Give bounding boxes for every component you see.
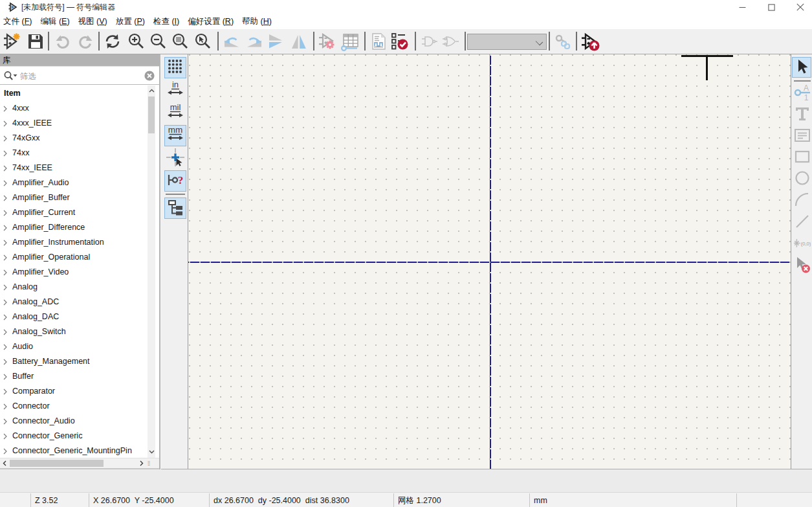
export-symbol-to-schematic-button[interactable] [580,32,600,51]
chevron-right-icon[interactable] [3,250,11,265]
chevron-right-icon[interactable] [3,280,11,295]
tree-row-library[interactable]: Connector_Generic [0,429,148,444]
scroll-right-icon[interactable] [137,458,146,468]
tree-horizontal-scrollbar[interactable]: == [0,458,159,468]
tree-row-library[interactable]: Buffer [0,369,148,384]
chevron-right-icon[interactable] [3,235,11,250]
horizontal-scroll-thumb[interactable] [10,460,104,467]
library-name: Analog_Switch [12,324,66,339]
place-text-button [793,104,811,125]
chevron-right-icon[interactable] [3,190,11,205]
erc-check-button[interactable] [390,32,409,51]
tree-row-library[interactable]: Amplifier_Difference [0,220,148,235]
tree-row-library[interactable]: 4xxx_IEEE [0,116,148,131]
library-tree[interactable]: Item4xxx4xxx_IEEE74xGxx74xx74xx_IEEEAmpl… [0,85,148,458]
menu-e[interactable]: 编辑 (E) [36,14,73,29]
units-inches-button[interactable]: in [164,80,186,101]
tree-row-library[interactable]: Battery_Management [0,354,148,369]
tree-row-library[interactable]: Amplifier_Operational [0,250,148,265]
tree-row-library[interactable]: Amplifier_Video [0,265,148,280]
chevron-right-icon[interactable] [3,310,11,324]
tree-row-library[interactable]: Amplifier_Buffer [0,190,148,205]
new-symbol-button[interactable] [3,32,22,51]
tree-row-library[interactable]: Analog [0,280,148,295]
search-input-placeholder[interactable]: 筛选 [20,71,36,82]
tree-vertical-scrollbar[interactable] [148,85,155,458]
save-button[interactable] [26,32,45,51]
chevron-right-icon[interactable] [3,220,11,235]
scroll-left-icon[interactable] [0,458,9,468]
tree-row-library[interactable]: Analog_DAC [0,310,148,324]
menu-h[interactable]: 帮助 (H) [238,14,276,29]
menu-bar: 文件 (F)编辑 (E)视图 (V)放置 (P)检查 (I)偏好设置 (R)帮助… [0,14,812,29]
library-search-box[interactable]: 筛选 [0,66,159,85]
library-panel-bottom-border [0,468,159,469]
toolbar-separator [217,32,219,51]
refresh-button[interactable] [103,32,122,51]
vertical-scroll-thumb[interactable] [148,96,155,133]
chevron-right-icon[interactable] [3,146,11,161]
tree-row-library[interactable]: 74xx [0,146,148,161]
svg-text:(0,0): (0,0) [801,241,811,247]
delete-tool-button[interactable] [793,256,811,276]
chevron-right-icon[interactable] [3,399,11,414]
chevron-right-icon[interactable] [3,175,11,190]
chevron-right-icon[interactable] [3,101,11,116]
tree-row-library[interactable]: Connector [0,399,148,414]
export-symbol-icon [580,32,600,51]
tree-row-library[interactable]: Connector_Generic_MountingPin [0,444,148,458]
tree-row-library[interactable]: 74xGxx [0,131,148,146]
chevron-right-icon[interactable] [3,384,11,399]
menu-r[interactable]: 偏好设置 (R) [184,14,237,29]
units-mils-button[interactable]: mil [164,102,186,124]
chevron-right-icon[interactable] [3,161,11,175]
chevron-right-icon[interactable] [3,414,11,429]
scroll-up-icon[interactable] [148,85,155,96]
arc-icon [794,192,811,210]
zoom-in-button[interactable] [126,32,146,51]
cursor-shape-button[interactable] [164,148,186,169]
show-pin-electrical-type-button[interactable]: ? [164,170,186,192]
chevron-right-icon[interactable] [3,116,11,131]
chevron-right-icon[interactable] [3,339,11,354]
tree-row-library[interactable]: Amplifier_Audio [0,175,148,190]
tree-row-library[interactable]: Analog_ADC [0,295,148,310]
maximize-button[interactable] [762,0,781,14]
search-clear-icon[interactable] [144,71,155,81]
show-library-tree-button[interactable] [164,197,186,219]
scroll-down-icon[interactable] [148,447,155,458]
minimize-button[interactable] [732,0,752,14]
chevron-right-icon[interactable] [3,131,11,146]
select-tool-button[interactable] [792,57,811,78]
status-relative-position: dx 26.6700 dy -25.4000 dist 36.8300 [209,493,393,507]
chevron-right-icon[interactable] [3,429,11,444]
zoom-out-button[interactable] [148,32,168,51]
menu-p[interactable]: 放置 (P) [112,14,149,29]
grid-toggle-button[interactable] [164,57,186,78]
chevron-right-icon[interactable] [3,444,11,458]
menu-i[interactable]: 检查 (I) [149,14,183,29]
zoom-fit-button[interactable] [170,32,190,51]
tree-row-library[interactable]: Amplifier_Current [0,205,148,220]
menu-f[interactable]: 文件 (F) [0,14,36,29]
tree-row-library[interactable]: 74xx_IEEE [0,161,148,175]
editor-canvas[interactable] [188,54,791,469]
tree-row-library[interactable]: Connector_Audio [0,414,148,429]
chevron-right-icon[interactable] [3,369,11,384]
menu-v[interactable]: 视图 (V) [74,14,111,29]
chevron-right-icon[interactable] [3,324,11,339]
close-button[interactable] [791,0,810,14]
chevron-right-icon[interactable] [3,354,11,369]
zoom-selection-button[interactable] [193,32,212,51]
chevron-right-icon[interactable] [3,205,11,220]
tree-row-library[interactable]: Analog_Switch [0,324,148,339]
tree-row-library[interactable]: 4xxx [0,101,148,116]
chevron-right-icon[interactable] [3,295,11,310]
svg-text:mil: mil [170,102,181,112]
tree-row-library[interactable]: Audio [0,339,148,354]
tree-row-library[interactable]: Comparator [0,384,148,399]
units-mm-button[interactable]: mm [164,125,186,146]
tree-row-library[interactable]: Amplifier_Instrumentation [0,235,148,250]
place-textbox-button [793,126,811,146]
chevron-right-icon[interactable] [3,265,11,280]
